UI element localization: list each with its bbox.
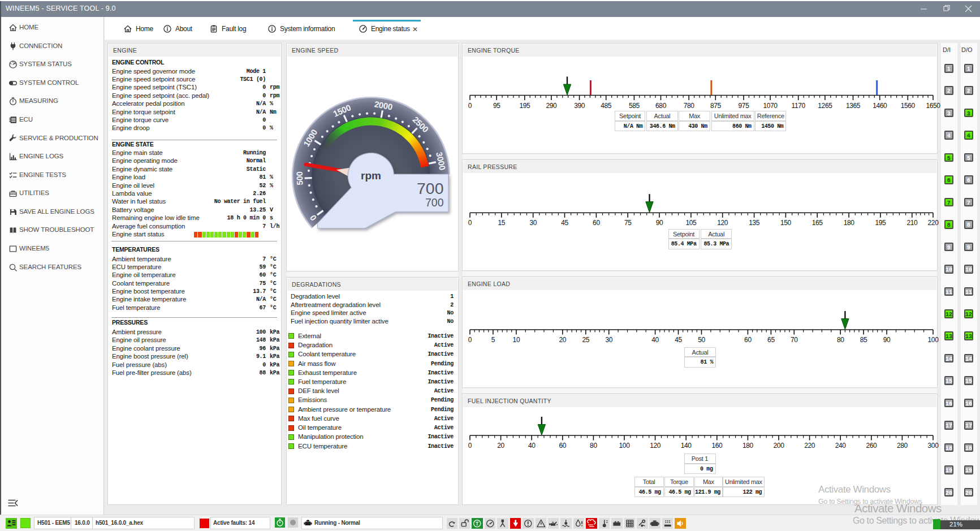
svg-text:290: 290 — [546, 102, 557, 110]
svg-text:0: 0 — [468, 442, 472, 450]
svg-text:1460: 1460 — [873, 102, 887, 110]
svg-text:65: 65 — [767, 336, 775, 344]
svg-text:195: 195 — [875, 219, 886, 227]
svg-text:0: 0 — [468, 219, 472, 227]
svg-text:45: 45 — [675, 336, 682, 344]
svg-text:485: 485 — [601, 102, 612, 110]
svg-text:100: 100 — [928, 336, 939, 344]
svg-text:60: 60 — [559, 442, 567, 450]
svg-text:140: 140 — [681, 442, 692, 450]
svg-text:5: 5 — [491, 336, 495, 344]
svg-text:200: 200 — [774, 442, 785, 450]
svg-text:700: 700 — [417, 179, 444, 197]
svg-text:25: 25 — [582, 336, 590, 344]
svg-text:1070: 1070 — [763, 102, 778, 110]
svg-text:165: 165 — [812, 219, 823, 227]
svg-text:150: 150 — [780, 219, 792, 227]
svg-text:40: 40 — [651, 336, 659, 344]
svg-text:105: 105 — [685, 219, 697, 227]
svg-text:1560: 1560 — [901, 102, 916, 110]
svg-text:85: 85 — [860, 336, 867, 344]
svg-text:20: 20 — [497, 442, 504, 450]
svg-text:120: 120 — [717, 219, 728, 227]
svg-text:875: 875 — [710, 102, 722, 110]
svg-text:20: 20 — [559, 336, 567, 344]
svg-text:60: 60 — [744, 336, 752, 344]
svg-text:80: 80 — [837, 336, 844, 344]
svg-text:0: 0 — [468, 336, 472, 344]
svg-text:180: 180 — [844, 219, 855, 227]
svg-text:180: 180 — [742, 442, 754, 450]
svg-text:1365: 1365 — [846, 102, 861, 110]
svg-text:rpm: rpm — [361, 170, 381, 182]
svg-text:700: 700 — [425, 196, 444, 209]
svg-text:680: 680 — [655, 102, 667, 110]
svg-text:80: 80 — [590, 442, 597, 450]
svg-text:45: 45 — [561, 219, 568, 227]
svg-text:90: 90 — [883, 336, 891, 344]
svg-text:50: 50 — [698, 336, 705, 344]
svg-text:260: 260 — [866, 442, 877, 450]
svg-text:30: 30 — [605, 336, 612, 344]
svg-text:30: 30 — [529, 219, 537, 227]
svg-text:160: 160 — [711, 442, 723, 450]
svg-text:40: 40 — [528, 442, 536, 450]
svg-text:500: 500 — [295, 171, 305, 185]
svg-text:1650: 1650 — [926, 102, 940, 110]
svg-text:70: 70 — [791, 336, 798, 344]
svg-text:300: 300 — [928, 442, 939, 450]
svg-text:100: 100 — [619, 442, 631, 450]
svg-text:95: 95 — [493, 102, 500, 110]
svg-text:220: 220 — [804, 442, 815, 450]
svg-text:210: 210 — [906, 219, 918, 227]
svg-text:135: 135 — [749, 219, 760, 227]
svg-text:280: 280 — [897, 442, 908, 450]
svg-text:90: 90 — [656, 219, 663, 227]
svg-text:240: 240 — [835, 442, 847, 450]
svg-text:390: 390 — [574, 102, 585, 110]
svg-text:220: 220 — [928, 219, 939, 227]
svg-text:10: 10 — [513, 336, 520, 344]
svg-text:120: 120 — [650, 442, 661, 450]
svg-text:15: 15 — [498, 219, 506, 227]
svg-text:195: 195 — [519, 102, 530, 110]
svg-text:1170: 1170 — [792, 102, 806, 110]
svg-text:1265: 1265 — [818, 102, 832, 110]
svg-text:60: 60 — [593, 219, 600, 227]
svg-text:780: 780 — [684, 102, 695, 110]
svg-text:585: 585 — [629, 102, 640, 110]
svg-text:0: 0 — [468, 102, 472, 110]
svg-text:75: 75 — [624, 219, 632, 227]
svg-text:975: 975 — [739, 102, 750, 110]
